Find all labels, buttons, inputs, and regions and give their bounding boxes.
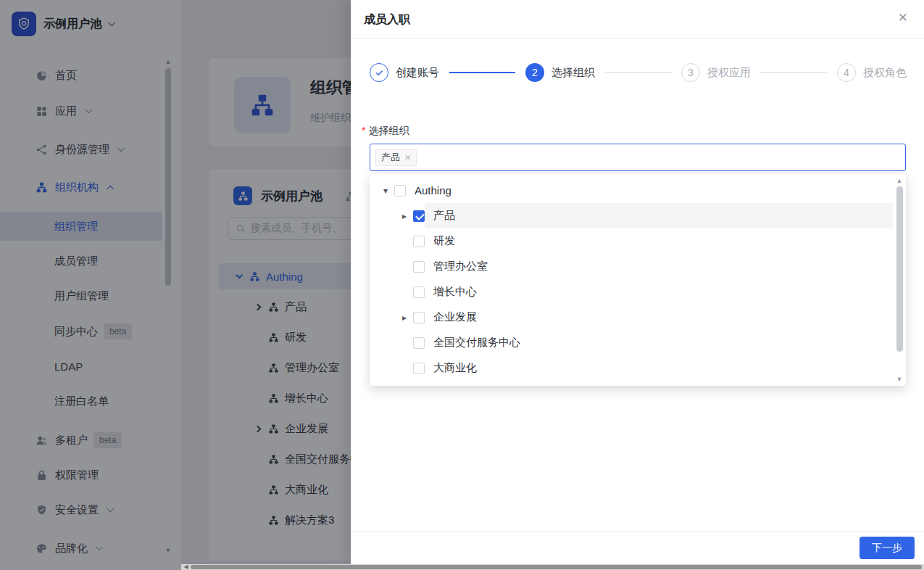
checkbox-unchecked[interactable] [413, 286, 425, 298]
step-label: 创建账号 [396, 66, 439, 80]
caret-down-icon[interactable]: ▾ [380, 186, 391, 196]
step-connector [761, 72, 827, 73]
dropdown-node-label: 企业发展 [433, 310, 477, 324]
dropdown-node-label-area[interactable]: 研发 [425, 228, 893, 254]
tag-label: 产品 [381, 151, 400, 164]
step-connector [449, 72, 515, 73]
drawer-footer: 下一步 [351, 531, 924, 564]
dropdown-tree-node-Authing[interactable]: ▾Authing [370, 178, 893, 203]
scroll-up-arrow-icon[interactable]: ▲ [895, 176, 904, 185]
scroll-left-arrow-icon[interactable]: ◀ [181, 564, 191, 570]
checkbox-checked[interactable] [413, 210, 425, 222]
dropdown-node-label-area[interactable]: 管理办公室 [425, 254, 893, 279]
caret-right-icon[interactable]: ▸ [399, 211, 410, 221]
next-step-button[interactable]: 下一步 [860, 537, 915, 559]
dropdown-node-label-area[interactable]: 大商业化 [425, 355, 893, 381]
dropdown-tree-node-研发[interactable]: 研发 [370, 228, 893, 254]
checkbox-unchecked[interactable] [413, 261, 425, 273]
dropdown-node-label: 产品 [433, 209, 455, 223]
checkbox-unchecked[interactable] [413, 236, 425, 247]
org-tree-dropdown: ▾Authing▸产品研发管理办公室增长中心▸企业发展全国交付服务中心大商业化 … [370, 174, 906, 386]
dropdown-node-label: 增长中心 [433, 285, 477, 299]
dropdown-node-label-area[interactable]: 产品 [425, 203, 893, 228]
dropdown-tree-node-产品[interactable]: ▸产品 [370, 203, 893, 228]
dropdown-node-label-area[interactable]: Authing [406, 178, 893, 203]
step-授权角色: 4授权角色 [837, 63, 907, 82]
step-number: 2 [525, 63, 544, 82]
dropdown-node-label: 全国交付服务中心 [433, 336, 520, 350]
required-asterisk: * [362, 125, 365, 136]
dropdown-tree-node-增长中心[interactable]: 增长中心 [370, 279, 893, 305]
checkbox-unchecked[interactable] [413, 363, 425, 374]
step-label: 选择组织 [552, 66, 595, 80]
horizontal-scrollbar[interactable]: ◀ [181, 564, 924, 570]
drawer-header: 成员入职 ✕ [351, 0, 924, 39]
checkbox-unchecked[interactable] [413, 312, 425, 323]
steps-bar: 创建账号2选择组织3授权应用4授权角色 [370, 63, 907, 82]
dropdown-node-label-area[interactable]: 企业发展 [425, 305, 893, 330]
scroll-down-arrow-icon[interactable]: ▼ [895, 375, 904, 384]
checkbox-unchecked[interactable] [394, 185, 406, 197]
selected-org-tag: 产品 ✕ [375, 149, 417, 166]
step-label: 授权角色 [863, 66, 907, 80]
dropdown-scrollbar-thumb[interactable] [896, 186, 903, 352]
dropdown-node-label-area[interactable]: 增长中心 [425, 279, 893, 305]
step-number: 3 [681, 63, 700, 82]
dropdown-node-label: Authing [415, 184, 451, 197]
dropdown-scrollbar[interactable]: ▲ ▼ [895, 176, 904, 384]
horizontal-scrollbar-thumb[interactable] [191, 565, 922, 569]
tag-remove-icon[interactable]: ✕ [404, 153, 411, 162]
step-check-icon [370, 63, 388, 82]
dropdown-tree-node-全国交付服务中心[interactable]: 全国交付服务中心 [370, 330, 893, 355]
dropdown-tree-node-企业发展[interactable]: ▸企业发展 [370, 305, 893, 330]
step-connector [605, 72, 671, 73]
dropdown-tree-node-管理办公室[interactable]: 管理办公室 [370, 254, 893, 279]
close-icon[interactable]: ✕ [898, 12, 908, 24]
dropdown-node-label-area[interactable]: 全国交付服务中心 [425, 330, 893, 355]
app-window: 示例用户池 首页应用身份源管理组织机构 组织管理成员管理用户组管理同步中心bet… [0, 0, 924, 570]
member-onboarding-drawer: 成员入职 ✕ 创建账号2选择组织3授权应用4授权角色 *选择组织 产品 ✕ ▾A… [351, 0, 924, 564]
step-选择组织: 2选择组织 [525, 63, 595, 82]
dropdown-node-label: 大商业化 [433, 361, 477, 375]
step-创建账号: 创建账号 [370, 63, 439, 82]
form-label: *选择组织 [362, 125, 409, 138]
form-label-text: 选择组织 [368, 125, 409, 136]
drawer-title: 成员入职 [364, 12, 410, 28]
caret-right-icon[interactable]: ▸ [399, 313, 410, 323]
step-授权应用: 3授权应用 [681, 63, 751, 82]
step-number: 4 [837, 63, 856, 82]
dropdown-tree-node-大商业化[interactable]: 大商业化 [370, 355, 893, 381]
org-select-input[interactable]: 产品 ✕ [370, 144, 906, 171]
dropdown-node-label: 管理办公室 [433, 260, 488, 273]
step-label: 授权应用 [707, 66, 751, 80]
checkbox-unchecked[interactable] [413, 337, 425, 349]
dropdown-node-label: 研发 [433, 234, 455, 248]
